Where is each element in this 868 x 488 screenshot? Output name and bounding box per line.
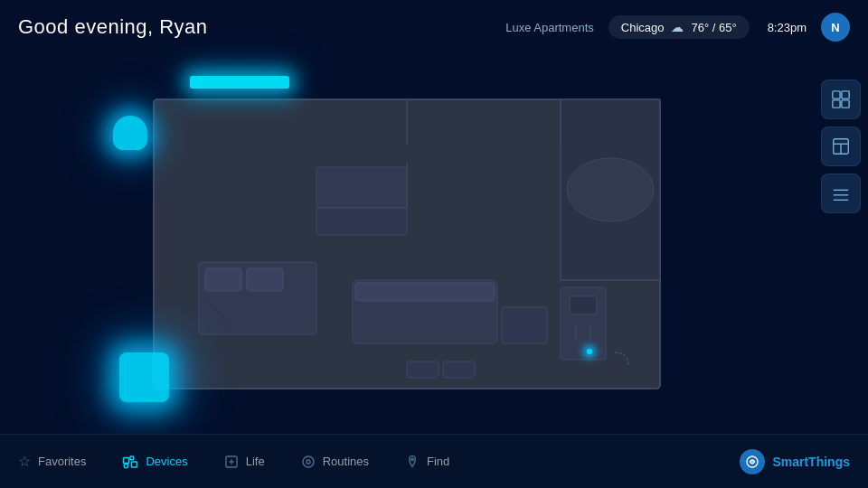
svg-rect-7 [247,268,283,291]
nav-item-devices[interactable]: Devices [122,454,187,470]
city-name: Chicago [621,21,665,34]
svg-point-38 [307,460,310,464]
routines-icon [301,455,316,469]
temperature: 76° / 65° [691,21,736,34]
time-display: 8:23pm [768,21,807,34]
svg-rect-22 [833,100,840,108]
brand: SmartThings [740,449,850,474]
svg-rect-17 [407,361,439,378]
header-right: Luxe Apartments Chicago ☁ 76° / 65° 8:23… [505,13,850,42]
nav-label-find: Find [427,455,449,468]
glow-corner-top-left [113,116,147,150]
bottom-nav: ☆ Favorites Devices Life [0,434,868,488]
side-toolbar [814,72,868,221]
life-icon [224,455,239,469]
menu-icon [831,183,851,203]
greeting-text: Good evening, Ryan [18,15,208,39]
devices-icon [122,454,138,470]
svg-rect-32 [132,462,137,467]
find-icon [405,455,420,469]
weather-icon: ☁ [671,20,684,34]
svg-point-33 [125,464,129,468]
svg-rect-14 [570,296,597,314]
svg-rect-31 [130,456,134,460]
header: Good evening, Ryan Luxe Apartments Chica… [0,0,868,54]
avatar[interactable]: N [821,13,850,42]
location-info: Chicago ☁ 76° / 65° [609,15,750,39]
svg-point-37 [303,456,314,467]
brand-logo [740,449,765,474]
svg-rect-20 [833,91,840,99]
svg-rect-6 [205,268,241,291]
rooms-button[interactable] [821,80,861,119]
svg-rect-8 [316,167,407,208]
brand-logo-icon [745,455,760,469]
floor-plan-svg [127,81,687,407]
nav-item-routines[interactable]: Routines [301,455,369,469]
nav-label-life: Life [246,455,265,468]
svg-rect-11 [355,283,495,301]
svg-point-39 [411,458,414,461]
glow-bottom-left [119,352,169,402]
svg-point-2 [567,158,654,221]
nav-label-favorites: Favorites [38,455,86,468]
svg-rect-9 [316,208,407,235]
floor-plan-container [127,81,687,407]
glow-dot-bottom-right [587,349,592,354]
rooms-icon [831,89,851,109]
layout-button[interactable] [821,127,861,166]
svg-rect-21 [842,91,849,99]
menu-button[interactable] [821,174,861,213]
glow-top-light [190,76,289,89]
nav-label-routines: Routines [323,455,369,468]
main-content [0,54,814,434]
svg-rect-23 [842,100,849,108]
nav-item-find[interactable]: Find [405,455,449,469]
nav-label-devices: Devices [146,455,187,468]
layout-icon [831,136,851,156]
svg-rect-30 [124,457,129,463]
nav-item-favorites[interactable]: ☆ Favorites [18,453,86,470]
svg-rect-12 [502,307,547,343]
nav-items: ☆ Favorites Devices Life [18,453,449,470]
nav-item-life[interactable]: Life [224,455,265,469]
svg-rect-18 [443,361,475,378]
star-icon: ☆ [18,453,31,470]
property-name: Luxe Apartments [505,21,594,34]
brand-name: SmartThings [772,455,850,469]
